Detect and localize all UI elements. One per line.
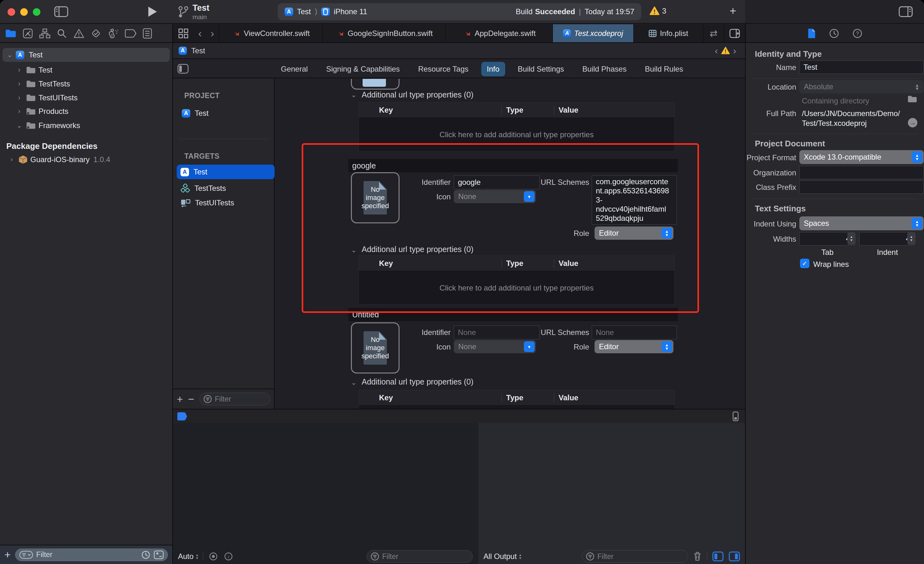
tab-signing-capabilities[interactable]: Signing & Capabilities bbox=[320, 62, 405, 76]
close-window-button[interactable] bbox=[8, 8, 15, 16]
tab-width-stepper[interactable]: ▴▾ bbox=[848, 232, 855, 245]
tab-viewcontroller[interactable]: ViewController.swift bbox=[219, 24, 323, 42]
scheme-name[interactable]: Test bbox=[192, 3, 210, 13]
disclosure-right-icon[interactable]: › bbox=[15, 66, 23, 74]
target-row-test-selected[interactable]: A Test bbox=[177, 165, 274, 179]
col-key[interactable]: Key bbox=[359, 106, 501, 115]
issue-navigator-icon[interactable] bbox=[73, 28, 85, 39]
table-empty-row[interactable]: Click here to add additional url type pr… bbox=[359, 118, 674, 151]
col-key[interactable]: Key bbox=[359, 259, 501, 268]
section-disclosure-icon[interactable]: ⌄ bbox=[350, 246, 358, 254]
disclosure-right-icon[interactable]: › bbox=[15, 107, 23, 115]
hide-targets-column-icon[interactable] bbox=[177, 64, 189, 74]
role-popup[interactable]: Editor ▴▾ bbox=[594, 340, 674, 353]
indent-width-field[interactable]: 4 bbox=[859, 232, 914, 245]
tab-width-field[interactable]: 4 bbox=[800, 232, 854, 245]
tab-build-rules[interactable]: Build Rules bbox=[639, 62, 688, 76]
activity-view[interactable]: A Test ⟩ iPhone 11 Build Succeeded | Tod… bbox=[278, 3, 641, 20]
show-console-view-icon[interactable] bbox=[729, 551, 740, 561]
navigator-row-products[interactable]: › Products bbox=[15, 105, 69, 118]
next-issue-icon[interactable]: › bbox=[730, 45, 740, 56]
tab-resource-tags[interactable]: Resource Tags bbox=[412, 62, 474, 76]
hide-debug-area-icon[interactable] bbox=[730, 411, 741, 422]
section-disclosure-icon[interactable]: ⌄ bbox=[350, 91, 358, 99]
disclosure-right-icon[interactable]: › bbox=[15, 94, 23, 102]
project-navigator-icon[interactable] bbox=[5, 29, 16, 38]
url-type-title-google[interactable]: google bbox=[348, 159, 678, 172]
help-inspector-icon[interactable]: ? bbox=[852, 28, 863, 39]
tab-overview-icon[interactable] bbox=[173, 24, 194, 42]
go-forward-icon[interactable]: › bbox=[206, 24, 218, 42]
run-button[interactable] bbox=[148, 7, 157, 17]
col-type[interactable]: Type bbox=[501, 106, 554, 115]
clear-console-icon[interactable] bbox=[693, 551, 702, 561]
untitled-additional-props-title[interactable]: Additional url type properties (0) bbox=[362, 377, 473, 386]
table-empty-row[interactable]: Click here to add additional url type pr… bbox=[359, 271, 674, 304]
toggle-inspector-icon[interactable] bbox=[899, 6, 913, 17]
col-value[interactable]: Value bbox=[554, 393, 674, 402]
warning-badge[interactable]: 3 bbox=[650, 6, 666, 15]
disclosure-right-icon[interactable]: › bbox=[15, 80, 23, 88]
col-value[interactable]: Value bbox=[554, 259, 674, 268]
run-destination-device[interactable]: iPhone 11 bbox=[333, 7, 367, 16]
breadcrumb[interactable]: Test bbox=[191, 46, 205, 55]
project-format-popup[interactable]: Xcode 13.0-compatible ▴▾ bbox=[800, 150, 924, 164]
tab-xcodeproj-active[interactable]: A Test.xcodeproj bbox=[553, 24, 633, 42]
col-value[interactable]: Value bbox=[554, 106, 674, 115]
target-row-testtests[interactable]: TestTests bbox=[177, 181, 274, 196]
icon-popup[interactable]: None ▾ bbox=[454, 190, 536, 203]
library-add-button[interactable]: + bbox=[730, 4, 736, 18]
additional-props-section-title[interactable]: Additional url type properties (0) bbox=[362, 90, 473, 99]
source-control-status-icon[interactable] bbox=[154, 550, 164, 560]
report-navigator-icon[interactable] bbox=[142, 28, 152, 39]
url-type-title-untitled[interactable]: Untitled bbox=[348, 308, 678, 321]
wrap-lines-checkbox[interactable]: ✓ bbox=[800, 259, 810, 268]
tab-build-settings[interactable]: Build Settings bbox=[512, 62, 570, 76]
url-schemes-field-empty[interactable]: None bbox=[592, 326, 677, 340]
navigator-row-frameworks[interactable]: ⌄ Frameworks bbox=[15, 118, 80, 133]
add-target-button[interactable]: + bbox=[177, 393, 183, 405]
navigator-editor-divider[interactable] bbox=[172, 24, 173, 564]
col-key[interactable]: Key bbox=[359, 393, 501, 402]
quicklook-icon[interactable] bbox=[208, 551, 218, 561]
variables-filter-field[interactable]: Filter bbox=[367, 550, 473, 563]
navigator-row-test-folder[interactable]: › Test bbox=[15, 63, 52, 77]
recent-files-icon[interactable] bbox=[141, 550, 150, 560]
go-back-icon[interactable]: ‹ bbox=[194, 24, 206, 42]
organization-field[interactable] bbox=[800, 166, 924, 179]
breakpoint-navigator-icon[interactable] bbox=[124, 29, 136, 38]
variables-scope-popup[interactable]: Auto ▴▾ bbox=[178, 552, 198, 561]
warning-icon[interactable] bbox=[721, 47, 730, 55]
symbol-navigator-icon[interactable] bbox=[39, 28, 51, 39]
project-row-test[interactable]: A Test bbox=[178, 106, 270, 121]
source-control-navigator-icon[interactable] bbox=[22, 28, 33, 39]
breakpoints-toggle-icon[interactable] bbox=[177, 411, 188, 421]
indent-width-stepper[interactable]: ▴▾ bbox=[907, 232, 915, 245]
navigator-row-testuitests[interactable]: › TestUITests bbox=[15, 91, 78, 105]
col-type[interactable]: Type bbox=[501, 259, 554, 268]
tab-appdelegate[interactable]: AppDelegate.swift bbox=[445, 24, 553, 42]
file-inspector-icon[interactable] bbox=[807, 28, 816, 39]
print-description-icon[interactable]: i bbox=[224, 551, 234, 561]
targets-filter-field[interactable]: Filter bbox=[200, 393, 270, 405]
swap-editor-icon[interactable]: ⇄ bbox=[703, 24, 724, 42]
image-well-partial[interactable] bbox=[351, 79, 399, 90]
tab-info[interactable]: Info bbox=[481, 62, 505, 76]
console-filter-field[interactable]: Filter bbox=[582, 550, 688, 563]
name-field[interactable]: Test bbox=[800, 61, 924, 74]
tab-build-phases[interactable]: Build Phases bbox=[576, 62, 632, 76]
add-file-button[interactable]: + bbox=[4, 549, 11, 561]
editor-inspector-divider[interactable] bbox=[745, 24, 746, 564]
navigator-row-project-test[interactable]: ⌄ A Test bbox=[3, 48, 170, 62]
role-popup[interactable]: Editor ▴▾ bbox=[594, 226, 674, 240]
google-additional-props-title[interactable]: Additional url type properties (0) bbox=[362, 245, 473, 254]
remove-target-button[interactable]: − bbox=[188, 393, 194, 405]
navigator-filter-field[interactable]: Filter bbox=[15, 549, 168, 561]
add-editor-icon[interactable] bbox=[724, 24, 745, 42]
toggle-navigator-icon[interactable] bbox=[54, 6, 68, 17]
open-path-arrow-icon[interactable]: → bbox=[908, 118, 917, 127]
url-schemes-field[interactable]: com.googleuserconte nt.apps.65326143698 … bbox=[592, 175, 677, 224]
target-row-testuitests[interactable]: TestUITests bbox=[177, 196, 274, 210]
previous-issue-icon[interactable]: ‹ bbox=[712, 45, 721, 56]
disclosure-down-icon[interactable]: ⌄ bbox=[15, 121, 23, 130]
